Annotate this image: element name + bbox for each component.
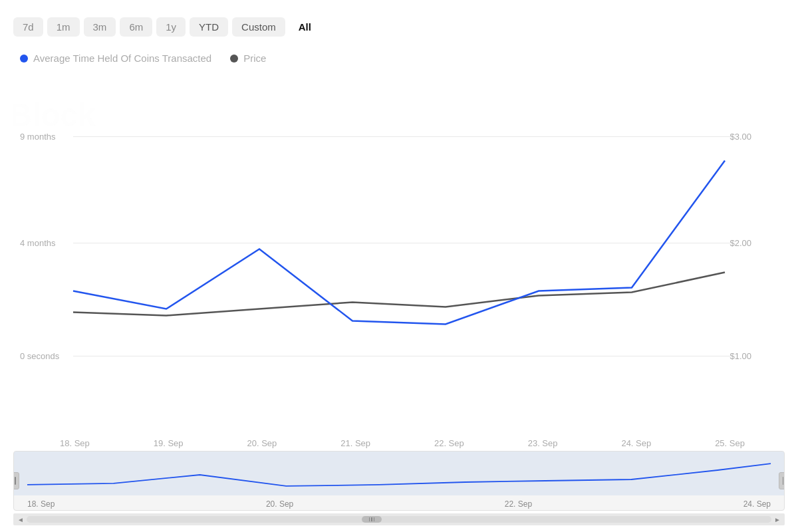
legend-dot-price: [230, 55, 238, 63]
btn-ytd[interactable]: YTD: [190, 17, 228, 37]
scrollbar-left-arrow[interactable]: ◄: [15, 513, 27, 525]
main-container: 7d 1m 3m 6m 1y YTD Custom All Average Ti…: [0, 0, 798, 532]
watermark: IntoTheBlock: [13, 76, 96, 133]
nav-x-label-0: 18. Sep: [27, 499, 55, 509]
svg-text:$2.00: $2.00: [730, 238, 751, 248]
navigator-handle-right[interactable]: [779, 472, 785, 489]
btn-1y[interactable]: 1y: [156, 17, 186, 37]
svg-rect-12: [14, 452, 784, 495]
x-label-0: 18. Sep: [60, 438, 90, 448]
scrollbar-thumb[interactable]: [362, 516, 382, 523]
nav-x-label-2: 22. Sep: [505, 499, 532, 509]
x-label-4: 22. Sep: [434, 438, 464, 448]
scrollbar-track[interactable]: [27, 516, 771, 523]
x-label-5: 23. Sep: [528, 438, 558, 448]
scrollbar[interactable]: ◄ ►: [13, 513, 785, 525]
btn-all[interactable]: All: [289, 17, 321, 37]
chart-svg: 9 months 4 months 0 seconds $3.00 $2.00 …: [13, 70, 785, 434]
btn-7d[interactable]: 7d: [13, 17, 43, 37]
x-label-1: 19. Sep: [154, 438, 184, 448]
svg-text:4 months: 4 months: [20, 238, 56, 248]
x-label-7: 25. Sep: [715, 438, 745, 448]
chart-svg-container: 9 months 4 months 0 seconds $3.00 $2.00 …: [13, 70, 785, 434]
legend-dot-avg-time: [20, 55, 28, 63]
legend-label-price: Price: [243, 53, 266, 64]
chart-area: 9 months 4 months 0 seconds $3.00 $2.00 …: [13, 70, 785, 451]
price-line: [73, 273, 725, 316]
x-label-6: 24. Sep: [621, 438, 651, 448]
nav-x-label-1: 20. Sep: [266, 499, 293, 509]
svg-text:$1.00: $1.00: [730, 351, 751, 361]
svg-text:0 seconds: 0 seconds: [20, 351, 60, 361]
navigator-svg: [14, 452, 784, 495]
legend-label-avg-time: Average Time Held Of Coins Transacted: [33, 53, 211, 64]
x-axis-labels: 18. Sep 19. Sep 20. Sep 21. Sep 22. Sep …: [13, 434, 785, 451]
chart-legend: Average Time Held Of Coins Transacted Pr…: [13, 53, 785, 64]
btn-custom[interactable]: Custom: [232, 17, 285, 37]
scrollbar-right-arrow[interactable]: ►: [771, 513, 783, 525]
x-label-3: 21. Sep: [340, 438, 370, 448]
btn-6m[interactable]: 6m: [120, 17, 152, 37]
nav-x-label-3: 24. Sep: [743, 499, 771, 509]
btn-1m[interactable]: 1m: [47, 17, 80, 37]
legend-avg-time: Average Time Held Of Coins Transacted: [20, 53, 211, 64]
x-label-2: 20. Sep: [247, 438, 277, 448]
avg-time-line: [73, 161, 725, 325]
svg-text:9 months: 9 months: [20, 132, 56, 142]
svg-text:IntoTheBlock: IntoTheBlock: [13, 98, 96, 133]
navigator-x-labels: 18. Sep 20. Sep 22. Sep 24. Sep: [14, 499, 784, 509]
btn-3m[interactable]: 3m: [84, 17, 116, 37]
time-range-bar: 7d 1m 3m 6m 1y YTD Custom All: [13, 13, 785, 41]
svg-text:$3.00: $3.00: [730, 132, 751, 142]
chart-navigator[interactable]: 18. Sep 20. Sep 22. Sep 24. Sep: [13, 451, 785, 511]
navigator-handle-left[interactable]: [13, 472, 19, 489]
scrollbar-thumb-lines: [369, 517, 375, 521]
legend-price: Price: [230, 53, 266, 64]
